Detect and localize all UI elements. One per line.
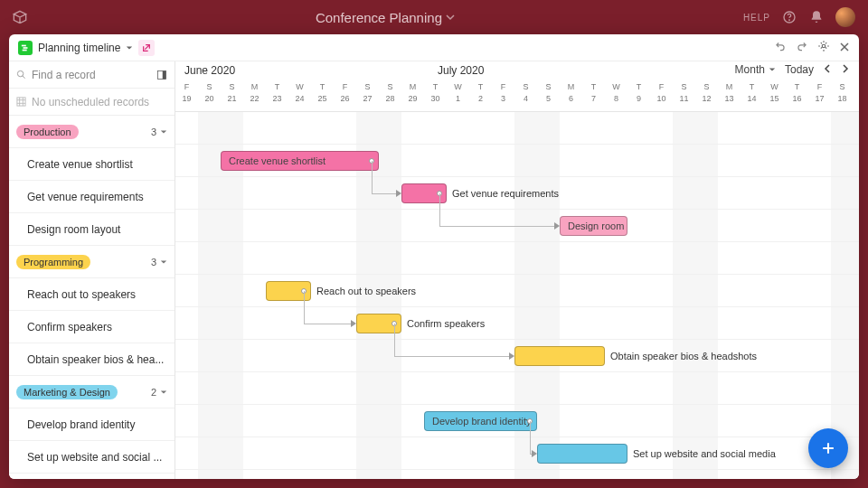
group-count[interactable]: 3 [151,257,167,267]
day-column: M22 [243,81,266,105]
day-column: T16 [786,81,808,105]
bell-icon[interactable] [808,9,825,25]
group-header[interactable]: Programming3 [9,246,175,278]
day-column: W8 [605,81,627,105]
task-row[interactable]: Obtain speaker bios & hea... [9,343,175,376]
gantt-bar[interactable]: Develop brand identity [424,411,537,431]
gantt-bar[interactable]: Design room layout [560,216,627,236]
gantt-bar-label: Confirm speakers [407,314,485,333]
gantt-bar[interactable]: Create venue shortlist [221,151,379,171]
day-column: T25 [311,81,334,105]
day-column: M6 [560,81,582,105]
unscheduled-records[interactable]: No unscheduled records [9,89,175,116]
gantt-bar-label: Set up website and social media [633,444,776,464]
help-icon[interactable] [781,9,797,25]
svg-rect-9 [17,98,25,106]
days-header: F19S20S21M22T23W24T25F26S27S28M29T30W1T2… [175,81,859,112]
collapse-sidebar-icon[interactable] [156,70,167,80]
day-column: S27 [356,81,379,105]
svg-rect-4 [23,49,27,51]
day-column: F10 [650,81,673,105]
svg-point-1 [789,20,790,21]
month-label: July 2020 [438,64,484,77]
search-icon [16,70,26,80]
group-pill: Programming [16,255,90,269]
group-header[interactable]: Production3 [9,116,175,148]
day-column: T7 [582,81,605,105]
group-pill: Production [16,125,79,139]
svg-rect-8 [163,70,166,79]
svg-rect-2 [22,44,26,46]
share-view-button[interactable] [138,40,155,56]
add-record-button[interactable] [808,428,848,468]
app-logo-icon [13,10,27,24]
next-button[interactable] [841,63,850,76]
day-column: M13 [718,81,741,105]
today-button[interactable]: Today [785,63,814,76]
task-row[interactable]: Reach out to speakers [9,278,175,311]
day-column: T2 [469,81,492,105]
app-title[interactable]: Conference Planning [27,10,743,25]
month-label: June 2020 [184,64,235,77]
svg-point-5 [822,44,826,48]
day-column: S28 [379,81,401,105]
day-column: F19 [175,81,198,105]
view-name: Planning timeline [38,42,120,54]
day-column: W1 [447,81,469,105]
group-pill: Marketing & Design [16,385,118,399]
caret-down-icon [769,66,776,73]
prev-button[interactable] [823,63,832,76]
day-column: W24 [288,81,311,105]
gantt-bar-label: Reach out to speakers [316,281,416,301]
redo-icon[interactable] [796,40,808,56]
help-link[interactable]: HELP [743,13,770,23]
avatar[interactable] [835,7,855,27]
day-column: T14 [741,81,763,105]
day-column: S18 [831,81,854,105]
day-column: F3 [492,81,514,105]
day-column: S19 [854,81,859,105]
caret-down-icon [126,44,133,52]
grid-icon [16,97,26,107]
day-column: T23 [266,81,288,105]
group-count[interactable]: 2 [151,387,167,398]
gantt-bar-label: Obtain speaker bios & headshots [610,346,757,366]
undo-icon[interactable] [774,40,787,56]
scale-selector[interactable]: Month [735,63,776,76]
timeline-chart[interactable]: Month Today June 2020July 2020 F19S20S21… [175,61,859,479]
group-count[interactable]: 3 [151,127,167,137]
gantt-bar-label: Get venue requirements [452,183,559,203]
task-row[interactable]: Create venue shortlist [9,148,175,181]
gantt-bar[interactable] [537,444,627,464]
day-column: F17 [808,81,831,105]
gear-icon[interactable] [817,40,830,56]
task-row[interactable]: Design room layout [9,213,175,246]
day-column: M29 [401,81,424,105]
day-column: T30 [424,81,447,105]
day-column: S4 [514,81,537,105]
chevron-down-icon [446,13,455,22]
close-icon[interactable] [839,40,850,56]
day-column: W15 [763,81,786,105]
day-column: S5 [537,81,560,105]
day-column: S12 [695,81,718,105]
gantt-bar[interactable] [514,346,605,366]
group-header[interactable]: Marketing & Design2 [9,376,175,408]
day-column: S11 [673,81,695,105]
day-column: T9 [627,81,650,105]
view-switcher[interactable]: Planning timeline [18,41,133,55]
search-input[interactable]: Find a record [9,61,175,89]
task-row[interactable]: Confirm speakers [9,311,175,343]
day-column: F26 [334,81,356,105]
app-topbar: Conference Planning HELP [0,0,868,34]
months-header: Month Today June 2020July 2020 [175,61,859,81]
gantt-grid[interactable]: Create venue shortlistGet venue requirem… [175,112,859,479]
task-row[interactable]: Develop brand identity [9,408,175,441]
task-row[interactable]: Get venue requirements [9,181,175,213]
task-row[interactable]: Set up website and social ... [9,441,175,474]
day-column: S21 [221,81,243,105]
panel-header: Planning timeline [9,34,859,61]
timeline-panel: Planning timeline Find a record No unsch… [9,34,859,479]
timeline-view-icon [18,41,33,55]
sidebar: Find a record No unscheduled records Pro… [9,61,175,479]
